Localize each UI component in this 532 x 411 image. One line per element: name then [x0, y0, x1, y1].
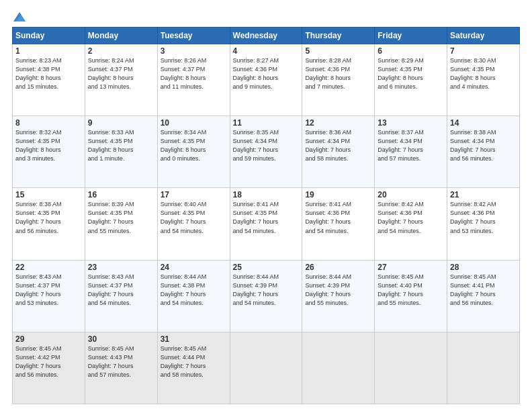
day-number: 24 — [161, 263, 227, 272]
day-number: 28 — [450, 263, 517, 272]
page: SundayMondayTuesdayWednesdayThursdayFrid… — [0, 0, 532, 411]
day-number: 27 — [378, 263, 444, 272]
day-info: Sunrise: 8:28 AM Sunset: 4:36 PM Dayligh… — [305, 56, 371, 91]
calendar-cell: 23Sunrise: 8:43 AM Sunset: 4:37 PM Dayli… — [85, 260, 157, 332]
calendar-cell: 20Sunrise: 8:42 AM Sunset: 4:36 PM Dayli… — [375, 188, 447, 260]
calendar-week-row: 22Sunrise: 8:43 AM Sunset: 4:37 PM Dayli… — [13, 260, 520, 332]
day-number: 11 — [233, 118, 300, 128]
day-number: 14 — [450, 118, 517, 128]
calendar-cell — [447, 332, 520, 404]
day-info: Sunrise: 8:27 AM Sunset: 4:36 PM Dayligh… — [233, 56, 300, 91]
day-info: Sunrise: 8:44 AM Sunset: 4:38 PM Dayligh… — [161, 273, 227, 308]
day-info: Sunrise: 8:45 AM Sunset: 4:42 PM Dayligh… — [15, 345, 82, 379]
calendar-cell: 28Sunrise: 8:45 AM Sunset: 4:41 PM Dayli… — [447, 260, 520, 332]
day-info: Sunrise: 8:43 AM Sunset: 4:37 PM Dayligh… — [88, 273, 154, 308]
calendar-cell: 26Sunrise: 8:44 AM Sunset: 4:39 PM Dayli… — [302, 260, 375, 332]
day-info: Sunrise: 8:44 AM Sunset: 4:39 PM Dayligh… — [233, 273, 300, 308]
calendar-cell: 13Sunrise: 8:37 AM Sunset: 4:34 PM Dayli… — [375, 116, 447, 188]
calendar-cell: 1Sunrise: 8:23 AM Sunset: 4:38 PM Daylig… — [13, 44, 85, 116]
day-info: Sunrise: 8:40 AM Sunset: 4:35 PM Dayligh… — [161, 200, 227, 235]
calendar-cell: 6Sunrise: 8:29 AM Sunset: 4:35 PM Daylig… — [375, 44, 447, 116]
day-info: Sunrise: 8:41 AM Sunset: 4:35 PM Dayligh… — [233, 200, 300, 235]
day-info: Sunrise: 8:38 AM Sunset: 4:34 PM Dayligh… — [450, 128, 517, 163]
day-info: Sunrise: 8:42 AM Sunset: 4:36 PM Dayligh… — [378, 200, 444, 235]
day-info: Sunrise: 8:43 AM Sunset: 4:37 PM Dayligh… — [15, 273, 82, 308]
calendar-cell: 17Sunrise: 8:40 AM Sunset: 4:35 PM Dayli… — [157, 188, 230, 260]
logo-icon — [13, 12, 26, 21]
day-number: 26 — [305, 263, 371, 272]
day-number: 4 — [233, 46, 300, 56]
day-number: 5 — [305, 46, 371, 56]
day-number: 22 — [15, 263, 82, 272]
calendar-cell: 14Sunrise: 8:38 AM Sunset: 4:34 PM Dayli… — [447, 116, 520, 188]
calendar-week-row: 15Sunrise: 8:38 AM Sunset: 4:35 PM Dayli… — [13, 188, 520, 260]
day-info: Sunrise: 8:41 AM Sunset: 4:36 PM Dayligh… — [305, 200, 371, 235]
calendar-table: SundayMondayTuesdayWednesdayThursdayFrid… — [12, 27, 520, 404]
day-info: Sunrise: 8:34 AM Sunset: 4:35 PM Dayligh… — [161, 128, 227, 163]
calendar-cell — [302, 332, 375, 404]
day-info: Sunrise: 8:44 AM Sunset: 4:39 PM Dayligh… — [305, 273, 371, 308]
day-number: 8 — [15, 118, 82, 128]
day-number: 1 — [15, 46, 82, 56]
day-number: 19 — [305, 190, 371, 199]
day-info: Sunrise: 8:45 AM Sunset: 4:41 PM Dayligh… — [450, 273, 517, 308]
calendar-cell: 22Sunrise: 8:43 AM Sunset: 4:37 PM Dayli… — [13, 260, 85, 332]
calendar-cell: 30Sunrise: 8:45 AM Sunset: 4:43 PM Dayli… — [85, 332, 157, 404]
calendar-cell: 24Sunrise: 8:44 AM Sunset: 4:38 PM Dayli… — [157, 260, 230, 332]
calendar-cell: 12Sunrise: 8:36 AM Sunset: 4:34 PM Dayli… — [302, 116, 375, 188]
calendar-cell: 2Sunrise: 8:24 AM Sunset: 4:37 PM Daylig… — [85, 44, 157, 116]
calendar-cell: 3Sunrise: 8:26 AM Sunset: 4:37 PM Daylig… — [157, 44, 230, 116]
day-number: 3 — [161, 46, 227, 56]
calendar-cell: 27Sunrise: 8:45 AM Sunset: 4:40 PM Dayli… — [375, 260, 447, 332]
day-number: 10 — [161, 118, 227, 128]
calendar-cell: 4Sunrise: 8:27 AM Sunset: 4:36 PM Daylig… — [230, 44, 302, 116]
day-info: Sunrise: 8:37 AM Sunset: 4:34 PM Dayligh… — [378, 128, 444, 163]
calendar-week-row: 29Sunrise: 8:45 AM Sunset: 4:42 PM Dayli… — [13, 332, 520, 404]
day-number: 6 — [378, 46, 444, 56]
day-info: Sunrise: 8:45 AM Sunset: 4:40 PM Dayligh… — [378, 273, 444, 308]
day-number: 30 — [88, 334, 154, 344]
calendar-header-row: SundayMondayTuesdayWednesdayThursdayFrid… — [13, 28, 520, 44]
day-number: 9 — [88, 118, 154, 128]
calendar-cell — [375, 332, 447, 404]
day-info: Sunrise: 8:33 AM Sunset: 4:35 PM Dayligh… — [88, 128, 154, 163]
calendar-cell: 8Sunrise: 8:32 AM Sunset: 4:35 PM Daylig… — [13, 116, 85, 188]
day-info: Sunrise: 8:35 AM Sunset: 4:34 PM Dayligh… — [233, 128, 300, 163]
day-info: Sunrise: 8:42 AM Sunset: 4:36 PM Dayligh… — [450, 200, 517, 235]
day-number: 21 — [450, 190, 517, 199]
day-number: 16 — [88, 190, 154, 199]
calendar-header-friday: Friday — [375, 28, 447, 44]
day-info: Sunrise: 8:29 AM Sunset: 4:35 PM Dayligh… — [378, 56, 444, 91]
calendar-cell: 9Sunrise: 8:33 AM Sunset: 4:35 PM Daylig… — [85, 116, 157, 188]
day-info: Sunrise: 8:45 AM Sunset: 4:44 PM Dayligh… — [161, 345, 227, 379]
calendar-cell: 29Sunrise: 8:45 AM Sunset: 4:42 PM Dayli… — [13, 332, 85, 404]
calendar-header-tuesday: Tuesday — [157, 28, 230, 44]
calendar-week-row: 8Sunrise: 8:32 AM Sunset: 4:35 PM Daylig… — [13, 116, 520, 188]
day-number: 29 — [15, 334, 82, 344]
calendar-week-row: 1Sunrise: 8:23 AM Sunset: 4:38 PM Daylig… — [13, 44, 520, 116]
calendar-cell: 31Sunrise: 8:45 AM Sunset: 4:44 PM Dayli… — [157, 332, 230, 404]
day-number: 7 — [450, 46, 517, 56]
calendar-cell: 21Sunrise: 8:42 AM Sunset: 4:36 PM Dayli… — [447, 188, 520, 260]
day-number: 15 — [15, 190, 82, 199]
logo — [12, 12, 26, 21]
calendar-header-saturday: Saturday — [447, 28, 520, 44]
day-info: Sunrise: 8:32 AM Sunset: 4:35 PM Dayligh… — [15, 128, 82, 163]
calendar-cell: 16Sunrise: 8:39 AM Sunset: 4:35 PM Dayli… — [85, 188, 157, 260]
calendar-cell: 7Sunrise: 8:30 AM Sunset: 4:35 PM Daylig… — [447, 44, 520, 116]
calendar-cell: 11Sunrise: 8:35 AM Sunset: 4:34 PM Dayli… — [230, 116, 302, 188]
day-number: 25 — [233, 263, 300, 272]
calendar-cell: 10Sunrise: 8:34 AM Sunset: 4:35 PM Dayli… — [157, 116, 230, 188]
calendar-cell: 25Sunrise: 8:44 AM Sunset: 4:39 PM Dayli… — [230, 260, 302, 332]
calendar-header-thursday: Thursday — [302, 28, 375, 44]
calendar-cell: 5Sunrise: 8:28 AM Sunset: 4:36 PM Daylig… — [302, 44, 375, 116]
header — [12, 12, 520, 21]
day-number: 18 — [233, 190, 300, 199]
day-info: Sunrise: 8:45 AM Sunset: 4:43 PM Dayligh… — [88, 345, 154, 379]
day-info: Sunrise: 8:38 AM Sunset: 4:35 PM Dayligh… — [15, 200, 82, 235]
day-info: Sunrise: 8:26 AM Sunset: 4:37 PM Dayligh… — [161, 56, 227, 91]
day-number: 31 — [161, 334, 227, 344]
calendar-header-monday: Monday — [85, 28, 157, 44]
day-number: 20 — [378, 190, 444, 199]
calendar-header-sunday: Sunday — [13, 28, 85, 44]
